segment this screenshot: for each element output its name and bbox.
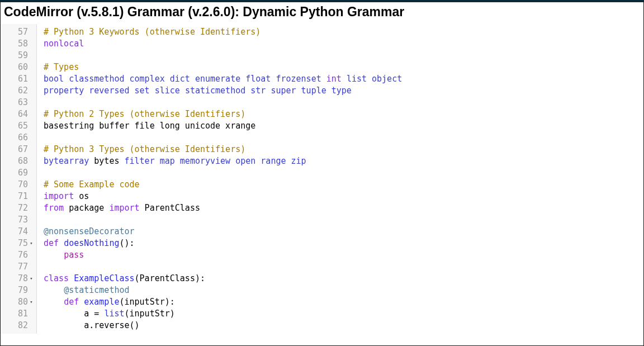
token-builtin: staticmethod <box>185 86 245 96</box>
token-builtin: bytearray <box>44 156 89 166</box>
line-number: 82 <box>16 320 28 331</box>
line-number: 73 <box>16 214 28 226</box>
code-line[interactable]: basestring buffer file long unicode xran… <box>44 120 643 132</box>
token-ident <box>79 297 84 307</box>
token-ident: (inputStr): <box>119 297 174 307</box>
code-line[interactable] <box>44 214 643 226</box>
token-def: ExampleClass <box>74 273 134 283</box>
gutter-line: 58 <box>1 38 36 50</box>
token-keyword: def <box>44 238 59 248</box>
token-keyword: import <box>44 191 74 201</box>
code-line[interactable] <box>44 261 643 273</box>
code-line[interactable]: def example(inputStr): <box>44 296 643 308</box>
token-ident <box>130 86 135 96</box>
code-line[interactable]: @nonsenseDecorator <box>44 226 643 238</box>
code-editor[interactable]: 57585960616263646566676869707172737475▾7… <box>1 24 643 334</box>
code-line[interactable] <box>44 167 643 179</box>
gutter-line: 73 <box>1 214 36 226</box>
token-ident <box>155 156 160 166</box>
line-number: 58 <box>16 38 28 50</box>
token-comment: # Python 2 Types (otherwise Identifiers) <box>44 109 245 119</box>
gutter-line: 71 <box>1 191 36 202</box>
line-number: 66 <box>16 132 28 144</box>
fold-arrow-icon[interactable]: ▾ <box>28 296 35 308</box>
token-builtin: tuple <box>301 86 326 96</box>
line-number: 69 <box>16 167 28 179</box>
token-builtin: classmethod <box>69 74 124 84</box>
token-builtin: list <box>347 74 367 84</box>
token-ident <box>180 86 185 96</box>
token-keyword: import <box>109 203 139 213</box>
line-number: 65 <box>16 120 28 132</box>
token-ident <box>175 156 180 166</box>
gutter-line: 78▾ <box>1 273 36 285</box>
token-ident: a = <box>44 309 104 319</box>
token-ident <box>44 297 64 307</box>
line-number: 72 <box>16 202 28 214</box>
code-line[interactable] <box>44 50 643 61</box>
code-line[interactable]: bytearray bytes filter map memoryview op… <box>44 155 643 167</box>
token-ident <box>69 273 74 283</box>
code-line[interactable] <box>44 97 643 108</box>
token-ident <box>44 250 64 260</box>
gutter-line: 70 <box>1 179 36 191</box>
gutter-line: 64 <box>1 108 36 120</box>
token-builtin: property <box>44 86 84 96</box>
token-ident: (inputStr) <box>125 309 175 319</box>
code-line[interactable]: # Python 2 Types (otherwise Identifiers) <box>44 108 643 120</box>
token-ident: a.reverse() <box>44 320 140 330</box>
token-ident <box>245 86 250 96</box>
code-line[interactable]: bool classmethod complex dict enumerate … <box>44 73 643 85</box>
code-area[interactable]: # Python 3 Keywords (otherwise Identifie… <box>37 24 643 334</box>
token-comment: # Python 3 Keywords (otherwise Identifie… <box>44 27 261 37</box>
code-line[interactable]: # Some Example code <box>44 179 643 191</box>
token-keyword: int <box>326 74 342 84</box>
code-line[interactable]: import os <box>44 191 643 202</box>
token-ident: bytes <box>89 156 124 166</box>
code-line[interactable]: from package import ParentClass <box>44 202 643 214</box>
token-ident: (ParentClass): <box>135 273 205 283</box>
gutter-line: 80▾ <box>1 296 36 308</box>
token-builtin: frozenset <box>276 74 321 84</box>
code-line[interactable]: a.reverse() <box>44 320 643 331</box>
code-line[interactable]: # Python 3 Keywords (otherwise Identifie… <box>44 26 643 38</box>
line-number: 74 <box>16 226 28 238</box>
token-builtin: bool <box>44 74 64 84</box>
token-ident: basestring buffer file long unicode xran… <box>44 121 255 131</box>
line-number: 68 <box>16 155 28 167</box>
token-ident <box>240 74 245 84</box>
token-ident <box>296 86 301 96</box>
token-builtin: filter <box>125 156 155 166</box>
token-ident <box>59 238 64 248</box>
code-line[interactable]: # Python 3 Types (otherwise Identifiers) <box>44 144 643 155</box>
code-line[interactable]: a = list(inputStr) <box>44 308 643 320</box>
token-ident <box>255 156 261 166</box>
code-line[interactable] <box>44 132 643 144</box>
line-number: 63 <box>16 97 28 108</box>
gutter-line: 77 <box>1 261 36 273</box>
code-line[interactable]: @staticmethod <box>44 285 643 296</box>
token-ident <box>84 86 89 96</box>
token-comment: # Types <box>44 62 79 72</box>
line-number: 77 <box>16 261 28 273</box>
code-line[interactable]: nonlocal <box>44 38 643 50</box>
line-number: 61 <box>16 73 28 85</box>
code-line[interactable]: def doesNothing(): <box>44 238 643 249</box>
line-number: 75 <box>16 238 28 249</box>
fold-arrow-icon[interactable]: ▾ <box>28 273 35 285</box>
gutter-line: 65 <box>1 120 36 132</box>
token-pass: pass <box>64 250 84 260</box>
gutter-line: 60 <box>1 61 36 73</box>
code-line[interactable]: property reversed set slice staticmethod… <box>44 85 643 97</box>
token-builtin: slice <box>155 86 180 96</box>
code-line[interactable]: # Types <box>44 61 643 73</box>
line-number: 81 <box>16 308 28 320</box>
code-line[interactable]: pass <box>44 249 643 261</box>
token-builtin: str <box>250 86 266 96</box>
line-number: 76 <box>16 249 28 261</box>
fold-arrow-icon[interactable]: ▾ <box>28 238 35 249</box>
token-builtin: enumerate <box>195 74 240 84</box>
code-line[interactable]: class ExampleClass(ParentClass): <box>44 273 643 285</box>
token-ident <box>165 74 170 84</box>
gutter-line: 63 <box>1 97 36 108</box>
